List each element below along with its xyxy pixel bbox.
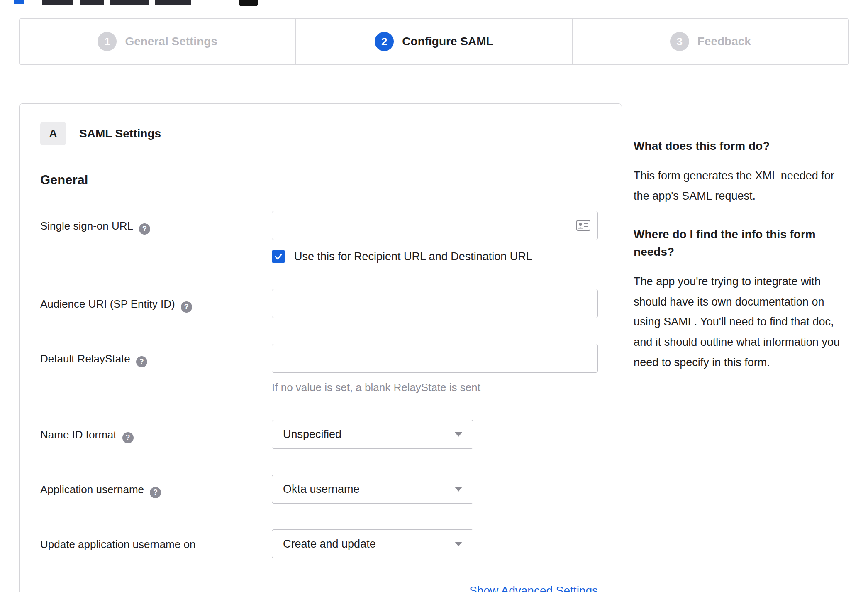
cropped-link-fragment: [14, 0, 24, 4]
main-content: A SAML Settings General Single sign-on U…: [19, 103, 849, 592]
form-row-update-username: Update application username on Create an…: [40, 529, 601, 558]
step-label: General Settings: [125, 35, 217, 48]
cropped-header: [0, 0, 868, 7]
cropped-app-logo: [239, 0, 258, 6]
cropped-title-fragment: [110, 0, 149, 5]
application-username-controls: Okta username: [272, 475, 598, 504]
form-row-audience-uri: Audience URI (SP Entity ID)?: [40, 289, 601, 318]
help-icon[interactable]: ?: [150, 487, 161, 498]
help-body-where: The app you're trying to integrate with …: [634, 272, 849, 372]
chevron-down-icon: [455, 542, 462, 546]
saml-settings-panel: A SAML Settings General Single sign-on U…: [19, 103, 622, 592]
audience-uri-label: Audience URI (SP Entity ID)?: [40, 289, 272, 318]
form-row-sso-url: Single sign-on URL?: [40, 211, 601, 263]
wizard-stepper: 1 General Settings 2 Configure SAML 3 Fe…: [19, 18, 849, 65]
show-advanced-settings-link[interactable]: Show Advanced Settings: [469, 584, 598, 592]
name-id-format-label: Name ID format?: [40, 420, 272, 449]
chevron-down-icon: [455, 432, 462, 437]
contact-card-icon: [576, 220, 590, 231]
form-row-application-username: Application username? Okta username: [40, 475, 601, 504]
step-feedback[interactable]: 3 Feedback: [572, 19, 848, 64]
relay-state-input[interactable]: [272, 344, 598, 373]
general-section-heading: General: [40, 173, 601, 188]
form-row-name-id-format: Name ID format? Unspecified: [40, 420, 601, 449]
help-sidebar: What does this form do? This form genera…: [634, 103, 849, 392]
recipient-url-checkbox[interactable]: [272, 250, 285, 263]
cropped-title-fragment: [42, 0, 73, 5]
recipient-url-checkbox-row: Use this for Recipient URL and Destinati…: [272, 250, 598, 263]
application-username-select[interactable]: Okta username: [272, 475, 473, 504]
update-username-value: Create and update: [283, 538, 376, 550]
sso-url-controls: Use this for Recipient URL and Destinati…: [272, 211, 598, 263]
audience-uri-input[interactable]: [272, 289, 598, 318]
sso-url-label: Single sign-on URL?: [40, 211, 272, 263]
relay-state-label: Default RelayState?: [40, 344, 272, 394]
step-number-badge: 3: [670, 32, 689, 51]
name-id-format-controls: Unspecified: [272, 420, 598, 449]
sso-url-input[interactable]: [272, 211, 598, 240]
step-general-settings[interactable]: 1 General Settings: [20, 19, 295, 64]
step-number-badge: 2: [375, 32, 394, 51]
name-id-format-value: Unspecified: [283, 428, 341, 441]
advanced-settings-row: Show Advanced Settings: [40, 584, 598, 592]
update-username-label: Update application username on: [40, 529, 272, 558]
relay-state-hint: If no value is set, a blank RelayState i…: [272, 381, 598, 394]
step-configure-saml[interactable]: 2 Configure SAML: [295, 19, 572, 64]
audience-uri-controls: [272, 289, 598, 318]
section-a-badge: A: [40, 122, 66, 145]
recipient-url-checkbox-label: Use this for Recipient URL and Destinati…: [294, 250, 532, 263]
form-row-relay-state: Default RelayState? If no value is set, …: [40, 344, 601, 394]
help-icon[interactable]: ?: [139, 223, 150, 235]
help-body-what: This form generates the XML needed for t…: [634, 166, 849, 206]
step-label: Configure SAML: [402, 35, 493, 48]
step-label: Feedback: [697, 35, 751, 48]
relay-state-controls: If no value is set, a blank RelayState i…: [272, 344, 598, 394]
help-icon[interactable]: ?: [136, 356, 147, 367]
chevron-down-icon: [455, 487, 462, 492]
help-icon[interactable]: ?: [181, 301, 192, 313]
update-username-select[interactable]: Create and update: [272, 529, 473, 558]
help-heading-where: Where do I find the info this form needs…: [634, 226, 849, 261]
update-username-controls: Create and update: [272, 529, 598, 558]
help-icon[interactable]: ?: [122, 432, 134, 443]
name-id-format-select[interactable]: Unspecified: [272, 420, 473, 449]
panel-header: A SAML Settings: [40, 122, 601, 145]
cropped-title-fragment: [155, 0, 191, 5]
application-username-label: Application username?: [40, 475, 272, 504]
panel-title: SAML Settings: [79, 127, 161, 140]
help-heading-what: What does this form do?: [634, 137, 849, 155]
cropped-title-fragment: [80, 0, 104, 5]
application-username-value: Okta username: [283, 483, 360, 496]
step-number-badge: 1: [98, 32, 117, 51]
